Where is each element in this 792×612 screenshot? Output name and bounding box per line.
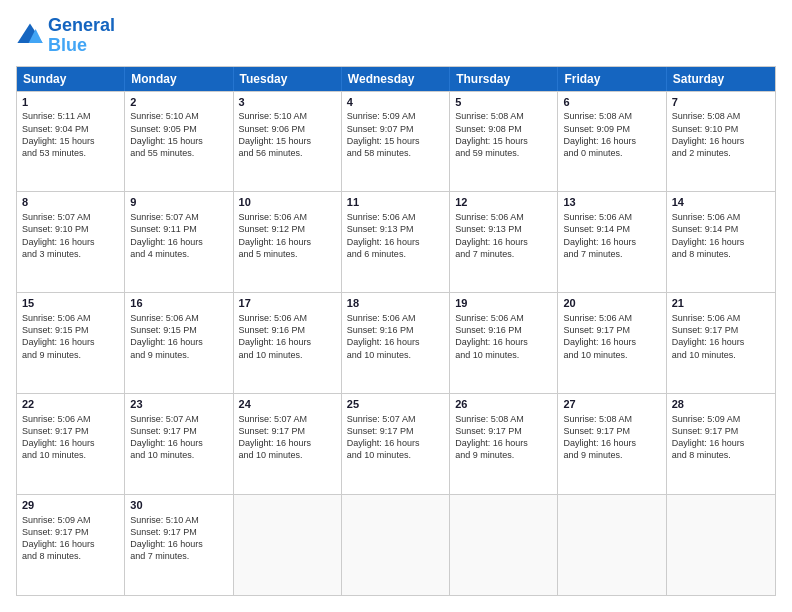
day-info-line: Sunset: 9:16 PM [239,324,336,336]
day-info-line: Sunrise: 5:06 AM [22,312,119,324]
day-info-line: Sunset: 9:08 PM [455,123,552,135]
day-info-line: Sunset: 9:09 PM [563,123,660,135]
calendar-cell [667,495,775,595]
day-number: 14 [672,195,770,210]
calendar-cell: 23Sunrise: 5:07 AMSunset: 9:17 PMDayligh… [125,394,233,494]
calendar: SundayMondayTuesdayWednesdayThursdayFrid… [16,66,776,596]
day-info-line: Daylight: 16 hours [22,336,119,348]
calendar-cell: 25Sunrise: 5:07 AMSunset: 9:17 PMDayligh… [342,394,450,494]
day-info-line: and 0 minutes. [563,147,660,159]
calendar-week-row: 15Sunrise: 5:06 AMSunset: 9:15 PMDayligh… [17,292,775,393]
day-info-line: and 55 minutes. [130,147,227,159]
calendar-header-cell: Tuesday [234,67,342,91]
calendar-cell: 7Sunrise: 5:08 AMSunset: 9:10 PMDaylight… [667,92,775,192]
day-number: 21 [672,296,770,311]
calendar-cell: 4Sunrise: 5:09 AMSunset: 9:07 PMDaylight… [342,92,450,192]
calendar-header-cell: Saturday [667,67,775,91]
day-info-line: and 10 minutes. [239,349,336,361]
calendar-cell: 21Sunrise: 5:06 AMSunset: 9:17 PMDayligh… [667,293,775,393]
day-info-line: Sunset: 9:16 PM [455,324,552,336]
day-info-line: Sunset: 9:13 PM [347,223,444,235]
day-info-line: Sunrise: 5:07 AM [347,413,444,425]
calendar-cell: 5Sunrise: 5:08 AMSunset: 9:08 PMDaylight… [450,92,558,192]
calendar-header-cell: Friday [558,67,666,91]
calendar-cell: 9Sunrise: 5:07 AMSunset: 9:11 PMDaylight… [125,192,233,292]
calendar-header-cell: Thursday [450,67,558,91]
day-number: 24 [239,397,336,412]
day-info-line: Sunrise: 5:10 AM [130,514,227,526]
day-info-line: Sunset: 9:15 PM [22,324,119,336]
day-number: 25 [347,397,444,412]
calendar-cell: 6Sunrise: 5:08 AMSunset: 9:09 PMDaylight… [558,92,666,192]
day-info-line: Daylight: 16 hours [563,135,660,147]
day-info-line: Sunset: 9:17 PM [672,425,770,437]
calendar-header-cell: Monday [125,67,233,91]
day-info-line: Sunset: 9:05 PM [130,123,227,135]
calendar-cell: 13Sunrise: 5:06 AMSunset: 9:14 PMDayligh… [558,192,666,292]
day-info-line: Sunrise: 5:08 AM [563,110,660,122]
day-number: 1 [22,95,119,110]
day-number: 13 [563,195,660,210]
day-info-line: Daylight: 16 hours [130,236,227,248]
day-number: 29 [22,498,119,513]
day-number: 10 [239,195,336,210]
day-number: 19 [455,296,552,311]
day-info-line: Sunset: 9:17 PM [22,526,119,538]
calendar-cell: 18Sunrise: 5:06 AMSunset: 9:16 PMDayligh… [342,293,450,393]
day-info-line: Daylight: 16 hours [563,336,660,348]
day-info-line: and 58 minutes. [347,147,444,159]
day-number: 17 [239,296,336,311]
day-info-line: and 10 minutes. [672,349,770,361]
day-info-line: Sunset: 9:17 PM [563,425,660,437]
day-number: 7 [672,95,770,110]
day-info-line: and 7 minutes. [563,248,660,260]
day-info-line: Sunrise: 5:09 AM [672,413,770,425]
day-info-line: Sunrise: 5:11 AM [22,110,119,122]
day-info-line: and 9 minutes. [563,449,660,461]
calendar-cell: 14Sunrise: 5:06 AMSunset: 9:14 PMDayligh… [667,192,775,292]
day-info-line: Sunset: 9:17 PM [672,324,770,336]
day-info-line: Daylight: 16 hours [130,437,227,449]
day-number: 28 [672,397,770,412]
day-info-line: Daylight: 15 hours [455,135,552,147]
day-info-line: Sunset: 9:17 PM [22,425,119,437]
calendar-week-row: 1Sunrise: 5:11 AMSunset: 9:04 PMDaylight… [17,91,775,192]
day-number: 11 [347,195,444,210]
day-info-line: and 9 minutes. [22,349,119,361]
logo-text: General Blue [48,16,115,56]
calendar-cell: 29Sunrise: 5:09 AMSunset: 9:17 PMDayligh… [17,495,125,595]
calendar-body: 1Sunrise: 5:11 AMSunset: 9:04 PMDaylight… [17,91,775,595]
day-number: 26 [455,397,552,412]
day-info-line: Sunrise: 5:06 AM [347,312,444,324]
day-info-line: Sunset: 9:10 PM [22,223,119,235]
calendar-cell: 2Sunrise: 5:10 AMSunset: 9:05 PMDaylight… [125,92,233,192]
day-info-line: Sunset: 9:12 PM [239,223,336,235]
day-info-line: Sunrise: 5:08 AM [563,413,660,425]
calendar-cell [558,495,666,595]
day-info-line: Daylight: 16 hours [563,236,660,248]
day-number: 22 [22,397,119,412]
day-info-line: Daylight: 16 hours [672,437,770,449]
day-info-line: and 10 minutes. [347,349,444,361]
calendar-cell [234,495,342,595]
day-info-line: Sunrise: 5:08 AM [672,110,770,122]
calendar-cell: 3Sunrise: 5:10 AMSunset: 9:06 PMDaylight… [234,92,342,192]
day-info-line: Daylight: 16 hours [130,538,227,550]
day-number: 2 [130,95,227,110]
calendar-header-cell: Wednesday [342,67,450,91]
calendar-cell: 20Sunrise: 5:06 AMSunset: 9:17 PMDayligh… [558,293,666,393]
calendar-cell: 30Sunrise: 5:10 AMSunset: 9:17 PMDayligh… [125,495,233,595]
day-number: 18 [347,296,444,311]
day-info-line: Sunrise: 5:06 AM [455,312,552,324]
day-info-line: Sunrise: 5:10 AM [130,110,227,122]
day-info-line: Sunrise: 5:06 AM [563,211,660,223]
day-info-line: Daylight: 16 hours [347,236,444,248]
logo: General Blue [16,16,115,56]
day-info-line: and 4 minutes. [130,248,227,260]
day-number: 15 [22,296,119,311]
day-info-line: Sunrise: 5:07 AM [239,413,336,425]
day-info-line: Sunrise: 5:07 AM [22,211,119,223]
day-info-line: Sunset: 9:17 PM [239,425,336,437]
day-number: 27 [563,397,660,412]
day-info-line: Daylight: 16 hours [22,437,119,449]
